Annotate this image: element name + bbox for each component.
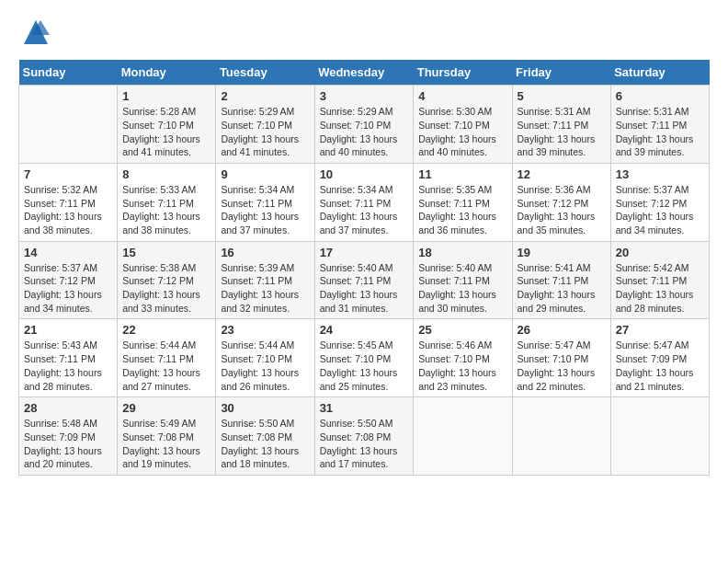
day-number: 24	[320, 323, 409, 337]
weekday-header-monday: Monday	[118, 60, 216, 86]
calendar-cell: 30Sunrise: 5:50 AMSunset: 7:08 PMDayligh…	[216, 397, 314, 476]
calendar-cell: 7Sunrise: 5:32 AMSunset: 7:11 PMDaylight…	[19, 163, 118, 241]
calendar-cell: 29Sunrise: 5:49 AMSunset: 7:08 PMDayligh…	[118, 397, 216, 476]
day-info: Sunrise: 5:37 AMSunset: 7:12 PMDaylight:…	[24, 261, 112, 316]
calendar-cell: 1Sunrise: 5:28 AMSunset: 7:10 PMDaylight…	[118, 86, 216, 164]
day-number: 28	[24, 401, 112, 415]
calendar-cell: 15Sunrise: 5:38 AMSunset: 7:12 PMDayligh…	[118, 241, 216, 319]
calendar-week-row: 21Sunrise: 5:43 AMSunset: 7:11 PMDayligh…	[19, 319, 710, 397]
calendar-week-row: 28Sunrise: 5:48 AMSunset: 7:09 PMDayligh…	[19, 397, 710, 476]
day-number: 3	[320, 89, 409, 103]
day-info: Sunrise: 5:44 AMSunset: 7:11 PMDaylight:…	[122, 339, 210, 393]
calendar-cell: 21Sunrise: 5:43 AMSunset: 7:11 PMDayligh…	[19, 319, 118, 397]
day-info: Sunrise: 5:36 AMSunset: 7:12 PMDaylight:…	[518, 183, 606, 237]
day-info: Sunrise: 5:50 AMSunset: 7:08 PMDaylight:…	[320, 417, 409, 471]
day-number: 1	[122, 89, 210, 103]
day-number: 23	[221, 323, 309, 337]
day-info: Sunrise: 5:47 AMSunset: 7:10 PMDaylight:…	[518, 339, 606, 393]
day-info: Sunrise: 5:41 AMSunset: 7:11 PMDaylight:…	[518, 261, 606, 316]
calendar-cell	[19, 86, 118, 164]
day-info: Sunrise: 5:39 AMSunset: 7:11 PMDaylight:…	[221, 261, 309, 316]
day-info: Sunrise: 5:50 AMSunset: 7:08 PMDaylight:…	[221, 417, 309, 471]
day-number: 11	[418, 167, 506, 181]
logo	[18, 18, 50, 51]
calendar-cell: 22Sunrise: 5:44 AMSunset: 7:11 PMDayligh…	[118, 319, 216, 397]
day-number: 18	[418, 246, 506, 259]
calendar-cell: 5Sunrise: 5:31 AMSunset: 7:11 PMDaylight…	[512, 86, 610, 164]
calendar-week-row: 14Sunrise: 5:37 AMSunset: 7:12 PMDayligh…	[19, 241, 710, 319]
calendar-cell: 26Sunrise: 5:47 AMSunset: 7:10 PMDayligh…	[512, 319, 610, 397]
day-number: 10	[320, 167, 409, 181]
calendar-cell: 9Sunrise: 5:34 AMSunset: 7:11 PMDaylight…	[216, 163, 314, 241]
calendar-cell: 2Sunrise: 5:29 AMSunset: 7:10 PMDaylight…	[216, 86, 314, 164]
day-info: Sunrise: 5:49 AMSunset: 7:08 PMDaylight:…	[122, 417, 210, 471]
weekday-header-sunday: Sunday	[19, 60, 118, 86]
logo-icon	[22, 18, 50, 46]
day-number: 13	[616, 167, 704, 181]
day-number: 22	[122, 323, 210, 337]
day-info: Sunrise: 5:34 AMSunset: 7:11 PMDaylight:…	[320, 183, 409, 237]
weekday-header-row: SundayMondayTuesdayWednesdayThursdayFrid…	[19, 60, 710, 86]
day-number: 7	[24, 167, 112, 181]
day-number: 30	[221, 401, 309, 415]
calendar-cell: 4Sunrise: 5:30 AMSunset: 7:10 PMDaylight…	[414, 86, 512, 164]
day-number: 29	[122, 401, 210, 415]
day-info: Sunrise: 5:30 AMSunset: 7:10 PMDaylight:…	[418, 105, 506, 159]
day-number: 14	[24, 246, 112, 259]
day-info: Sunrise: 5:29 AMSunset: 7:10 PMDaylight:…	[221, 105, 309, 159]
day-info: Sunrise: 5:47 AMSunset: 7:09 PMDaylight:…	[616, 339, 704, 393]
day-info: Sunrise: 5:46 AMSunset: 7:10 PMDaylight:…	[418, 339, 506, 393]
day-number: 8	[122, 167, 210, 181]
calendar-week-row: 1Sunrise: 5:28 AMSunset: 7:10 PMDaylight…	[19, 86, 710, 164]
day-number: 21	[24, 323, 112, 337]
day-number: 20	[616, 246, 704, 259]
calendar-cell	[610, 397, 709, 476]
day-info: Sunrise: 5:40 AMSunset: 7:11 PMDaylight:…	[320, 261, 409, 316]
calendar-cell: 6Sunrise: 5:31 AMSunset: 7:11 PMDaylight…	[610, 86, 709, 164]
day-info: Sunrise: 5:34 AMSunset: 7:11 PMDaylight:…	[221, 183, 309, 237]
day-info: Sunrise: 5:31 AMSunset: 7:11 PMDaylight:…	[518, 105, 606, 159]
day-info: Sunrise: 5:28 AMSunset: 7:10 PMDaylight:…	[122, 105, 210, 159]
day-info: Sunrise: 5:43 AMSunset: 7:11 PMDaylight:…	[24, 339, 112, 393]
day-number: 16	[221, 246, 309, 259]
day-info: Sunrise: 5:32 AMSunset: 7:11 PMDaylight:…	[24, 183, 112, 237]
day-info: Sunrise: 5:42 AMSunset: 7:11 PMDaylight:…	[616, 261, 704, 316]
day-number: 6	[616, 89, 704, 103]
calendar-cell: 27Sunrise: 5:47 AMSunset: 7:09 PMDayligh…	[610, 319, 709, 397]
calendar-cell: 24Sunrise: 5:45 AMSunset: 7:10 PMDayligh…	[314, 319, 414, 397]
calendar-cell: 17Sunrise: 5:40 AMSunset: 7:11 PMDayligh…	[314, 241, 414, 319]
day-info: Sunrise: 5:44 AMSunset: 7:10 PMDaylight:…	[221, 339, 309, 393]
day-number: 31	[320, 401, 409, 415]
day-number: 26	[518, 323, 606, 337]
day-info: Sunrise: 5:29 AMSunset: 7:10 PMDaylight:…	[320, 105, 409, 159]
calendar-cell	[414, 397, 512, 476]
calendar-cell: 11Sunrise: 5:35 AMSunset: 7:11 PMDayligh…	[414, 163, 512, 241]
day-number: 5	[518, 89, 606, 103]
weekday-header-tuesday: Tuesday	[216, 60, 314, 86]
calendar-cell: 10Sunrise: 5:34 AMSunset: 7:11 PMDayligh…	[314, 163, 414, 241]
calendar-cell: 18Sunrise: 5:40 AMSunset: 7:11 PMDayligh…	[414, 241, 512, 319]
calendar-cell: 23Sunrise: 5:44 AMSunset: 7:10 PMDayligh…	[216, 319, 314, 397]
calendar-cell: 13Sunrise: 5:37 AMSunset: 7:12 PMDayligh…	[610, 163, 709, 241]
day-number: 27	[616, 323, 704, 337]
day-info: Sunrise: 5:45 AMSunset: 7:10 PMDaylight:…	[320, 339, 409, 393]
day-number: 4	[418, 89, 506, 103]
day-number: 9	[221, 167, 309, 181]
calendar-cell: 28Sunrise: 5:48 AMSunset: 7:09 PMDayligh…	[19, 397, 118, 476]
calendar-cell: 14Sunrise: 5:37 AMSunset: 7:12 PMDayligh…	[19, 241, 118, 319]
calendar-cell: 31Sunrise: 5:50 AMSunset: 7:08 PMDayligh…	[314, 397, 414, 476]
day-info: Sunrise: 5:33 AMSunset: 7:11 PMDaylight:…	[122, 183, 210, 237]
calendar-week-row: 7Sunrise: 5:32 AMSunset: 7:11 PMDaylight…	[19, 163, 710, 241]
day-info: Sunrise: 5:38 AMSunset: 7:12 PMDaylight:…	[122, 261, 210, 316]
day-info: Sunrise: 5:31 AMSunset: 7:11 PMDaylight:…	[616, 105, 704, 159]
calendar-cell: 3Sunrise: 5:29 AMSunset: 7:10 PMDaylight…	[314, 86, 414, 164]
calendar-cell	[512, 397, 610, 476]
day-info: Sunrise: 5:37 AMSunset: 7:12 PMDaylight:…	[616, 183, 704, 237]
calendar-cell: 16Sunrise: 5:39 AMSunset: 7:11 PMDayligh…	[216, 241, 314, 319]
calendar-cell: 19Sunrise: 5:41 AMSunset: 7:11 PMDayligh…	[512, 241, 610, 319]
calendar-cell: 8Sunrise: 5:33 AMSunset: 7:11 PMDaylight…	[118, 163, 216, 241]
calendar-cell: 20Sunrise: 5:42 AMSunset: 7:11 PMDayligh…	[610, 241, 709, 319]
day-number: 12	[518, 167, 606, 181]
day-info: Sunrise: 5:48 AMSunset: 7:09 PMDaylight:…	[24, 417, 112, 471]
day-number: 2	[221, 89, 309, 103]
